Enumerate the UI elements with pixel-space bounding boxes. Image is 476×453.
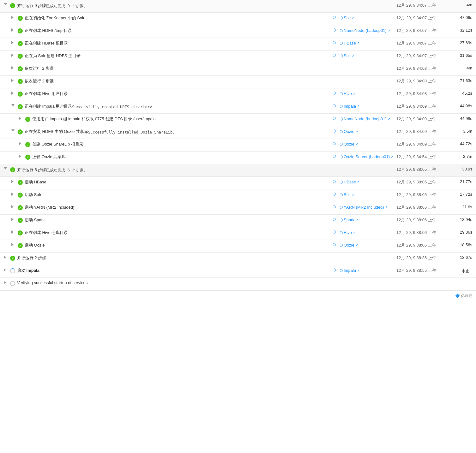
expand-col[interactable]: [4, 3, 10, 5]
service-link[interactable]: ⬡ HBase ↗: [340, 180, 359, 184]
expand-col[interactable]: [11, 104, 18, 106]
expand-down-icon[interactable]: [11, 129, 15, 132]
expand-col[interactable]: [11, 91, 18, 95]
expand-col[interactable]: [11, 129, 18, 132]
expand-col[interactable]: [11, 40, 18, 44]
service-link[interactable]: ⬡ NameNode (hadoop01) ↗: [340, 116, 390, 121]
desc-main: 正在初始化 ZooKeeper 中的 Solr: [25, 15, 333, 21]
link-external-icon[interactable]: ⬡: [333, 268, 336, 272]
expand-col[interactable]: [19, 154, 25, 158]
expand-col[interactable]: [19, 141, 25, 145]
link-external-icon[interactable]: ⬡: [333, 217, 336, 222]
link-external-icon[interactable]: ⬡: [333, 141, 336, 146]
expand-col[interactable]: [4, 268, 10, 271]
service-link[interactable]: ⬡ Oozie ↗: [340, 243, 358, 247]
expand-col[interactable]: [11, 217, 18, 221]
row-parallel-2: ✓ 并行运行 2 步骤 12月 29, 9:38:36 上午 18.67s: [0, 253, 476, 265]
expand-right-icon[interactable]: [4, 281, 6, 284]
service-link[interactable]: ⬡ Spark ↗: [340, 218, 358, 222]
expand-col[interactable]: [11, 242, 18, 246]
link-external-icon[interactable]: ⬡: [333, 116, 336, 121]
expand-right-icon[interactable]: [11, 16, 14, 19]
expand-col[interactable]: [11, 15, 18, 19]
step-desc: 启动 Impala: [17, 268, 39, 273]
link-icon: ⬡: [340, 193, 343, 197]
expand-right-icon[interactable]: [4, 268, 6, 271]
expand-col[interactable]: [11, 230, 18, 234]
service-link[interactable]: ⬡ Oozie Server (hadoop01) ↗: [340, 154, 393, 159]
link-external-icon[interactable]: ⬡: [333, 28, 336, 32]
duration-col: 44.72s: [447, 141, 472, 146]
link-external-icon[interactable]: ⬡: [333, 15, 336, 20]
expand-right-icon[interactable]: [11, 79, 14, 82]
link-external-icon[interactable]: ⬡: [333, 53, 336, 57]
expand-col[interactable]: [4, 167, 10, 170]
expand-col[interactable]: [11, 192, 18, 196]
time-col: 12月 29, 9:34:08 上午: [396, 78, 447, 84]
link-icon: ⬡: [340, 268, 343, 273]
expand-right-icon[interactable]: [11, 92, 14, 95]
expand-right-icon[interactable]: [11, 180, 14, 183]
row-step-impala-user: ✓ 正在创建 Impala 用户目录Successfully created H…: [0, 101, 476, 114]
service-link[interactable]: ⬡ YARN (MR2 Included) ↗: [340, 205, 388, 210]
link-external-icon[interactable]: ⬡: [333, 192, 336, 196]
service-col-outer: [340, 78, 396, 79]
expand-col[interactable]: [11, 179, 18, 183]
link-external-icon[interactable]: ⬡: [333, 40, 336, 45]
time-text: 12月 29, 9:38:55 上午: [396, 268, 436, 273]
service-link[interactable]: ⬡ HBase ↗: [340, 41, 359, 45]
expand-right-icon[interactable]: [11, 205, 14, 208]
status-success: ✓: [25, 117, 30, 122]
expand-right-icon[interactable]: [11, 230, 14, 234]
main-container: ✓ 并行运行 9 步骤已成功完成 9 个步骤。 12月 29, 9:34:07 …: [0, 0, 476, 301]
expand-down-icon[interactable]: [4, 3, 7, 5]
expand-col[interactable]: [4, 255, 10, 259]
expand-right-icon[interactable]: [11, 41, 14, 44]
link-external-icon[interactable]: ⬡: [333, 230, 336, 234]
service-link[interactable]: ⬡ Solr ↗: [340, 192, 354, 197]
expand-right-icon[interactable]: [11, 54, 14, 57]
service-link[interactable]: ⬡ Hive ↗: [340, 230, 355, 235]
service-link[interactable]: ⬡ NameNode (hadoop01) ↗: [340, 28, 390, 33]
step-desc: 上载 Oozie 共享库: [32, 154, 66, 160]
service-link[interactable]: ⬡ Solr ↗: [340, 15, 354, 20]
expand-right-icon[interactable]: [11, 66, 14, 69]
expand-right-icon[interactable]: [19, 117, 21, 120]
link-external-icon[interactable]: ⬡: [333, 205, 336, 209]
expand-right-icon[interactable]: [19, 142, 21, 145]
expand-col[interactable]: [11, 53, 18, 57]
link-external-icon[interactable]: ⬡: [333, 91, 336, 95]
service-link[interactable]: ⬡ Impala ↗: [340, 268, 359, 273]
link-external-icon[interactable]: ⬡: [333, 154, 336, 158]
service-link[interactable]: ⬡ Oozie ↗: [340, 142, 358, 146]
service-link[interactable]: ⬡ Solr ↗: [340, 53, 354, 58]
expand-right-icon[interactable]: [19, 155, 21, 158]
time-text: 12月 29, 9:38:05 上午: [396, 167, 436, 172]
link-external-icon[interactable]: ⬡: [333, 179, 336, 184]
link-external-icon[interactable]: ⬡: [333, 104, 336, 108]
expand-right-icon[interactable]: [11, 193, 14, 196]
service-link[interactable]: ⬡ Oozie ↗: [340, 129, 358, 134]
duration-text: 47.06s: [460, 15, 472, 20]
status-success: ✓: [18, 205, 23, 210]
expand-col[interactable]: [11, 66, 18, 69]
service-link[interactable]: ⬡ Impala ↗: [340, 104, 359, 109]
expand-col[interactable]: [4, 280, 10, 284]
expand-right-icon[interactable]: [11, 243, 14, 246]
expand-right-icon[interactable]: [11, 28, 14, 32]
desc-col: 依次运行 2 步骤: [25, 78, 333, 84]
expand-right-icon[interactable]: [4, 256, 6, 259]
service-link[interactable]: ⬡ Hive ↗: [340, 91, 355, 96]
service-col-outer: ⬡ YARN (MR2 Included) ↗: [340, 205, 396, 210]
expand-col[interactable]: [19, 116, 25, 120]
link-external-icon[interactable]: ⬡: [333, 242, 336, 247]
expand-col[interactable]: [11, 28, 18, 32]
expand-down-icon[interactable]: [11, 104, 15, 106]
stop-button[interactable]: 中止: [459, 268, 472, 275]
time-col: 12月 29, 9:34:09 上午: [396, 116, 447, 122]
expand-col[interactable]: [11, 205, 18, 208]
expand-col[interactable]: [11, 78, 18, 82]
link-external-icon[interactable]: ⬡: [333, 129, 336, 133]
expand-right-icon[interactable]: [11, 218, 14, 221]
expand-partial-icon[interactable]: [4, 167, 7, 170]
